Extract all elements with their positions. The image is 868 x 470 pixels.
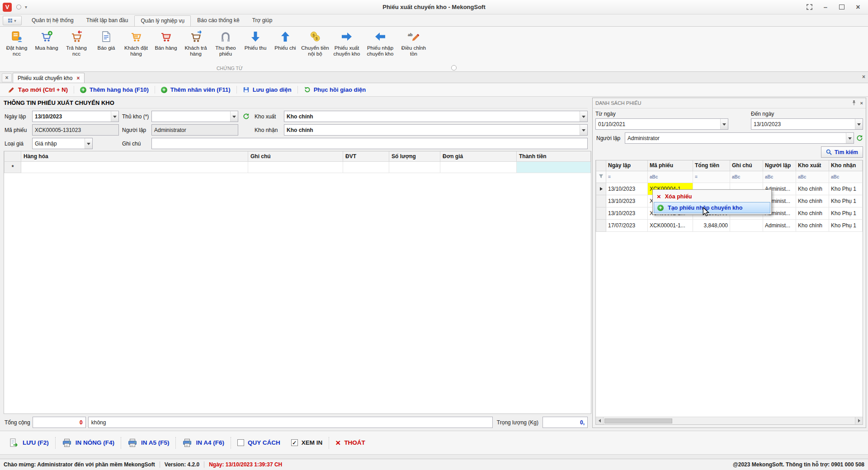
ribbon-button-khach-tra-hang[interactable]: Khách trả hàng xyxy=(181,28,211,58)
ribbon-tab-quan-ly-nghiep-vu[interactable]: Quản lý nghiệp vụ xyxy=(134,15,191,27)
ribbon-button-phieu-xuat-chuyen-kho[interactable]: Phiếu xuất chuyển kho xyxy=(330,28,363,58)
add-employee-button[interactable]: Thêm nhân viên (F11) xyxy=(155,86,236,93)
column-header-tong-tien[interactable]: Tổng tiền xyxy=(693,160,730,171)
column-header-kho-nhan[interactable]: Kho nhận xyxy=(829,160,863,171)
cell-creator[interactable]: Administ... xyxy=(763,219,796,231)
pin-icon[interactable] xyxy=(851,100,857,107)
ribbon-tab-tro-giup[interactable]: Trợ giúp xyxy=(246,15,279,26)
quick-access-icon[interactable] xyxy=(16,5,21,9)
creator-field[interactable]: Administrator xyxy=(151,124,238,136)
chevron-down-icon[interactable] xyxy=(85,138,92,149)
scrollbar-thumb[interactable] xyxy=(604,418,672,423)
filter-cell[interactable]: = xyxy=(693,171,730,183)
new-item-row[interactable]: * xyxy=(5,161,591,173)
keeper-combo[interactable] xyxy=(151,111,238,122)
cell-ghi-chu[interactable] xyxy=(248,161,343,173)
filter-cell[interactable]: aBc xyxy=(648,171,693,183)
tab-phieu-xuat-chuyen-kho[interactable]: Phiếu xuất chuyển kho xyxy=(13,73,85,83)
cell-to-warehouse[interactable]: Kho Phụ 1 xyxy=(829,207,863,219)
cell-from-warehouse[interactable]: Kho chính xyxy=(796,183,829,195)
column-header-thanh-tien[interactable]: Thành tiền xyxy=(517,151,591,161)
chevron-down-icon[interactable] xyxy=(846,133,854,143)
ribbon-button-chuyen-tien-noi-bo[interactable]: $$ Chuyển tiền nội bộ xyxy=(300,28,330,58)
column-header-ma-phieu[interactable]: Mã phiếu xyxy=(648,160,693,171)
ribbon-tab-quan-tri-he-thong[interactable]: Quản trị hệ thống xyxy=(25,15,80,26)
refresh-icon[interactable] xyxy=(241,113,251,120)
print-a4-button[interactable]: IN A4 (F6) xyxy=(177,438,230,448)
column-header-hang-hoa[interactable]: Hàng hóa xyxy=(21,151,248,161)
tab-close-icon[interactable] xyxy=(76,75,80,81)
filter-cell[interactable]: = xyxy=(606,171,648,183)
filter-cell[interactable]: aBc xyxy=(730,171,763,183)
ribbon-button-thu-theo-phieu[interactable]: Thu theo phiếu xyxy=(211,28,241,58)
cell-date[interactable]: 17/07/2023 xyxy=(606,219,648,231)
maximize-button[interactable] xyxy=(835,2,849,12)
menu-item-create-import-voucher[interactable]: Tạo phiếu nhập chuyển kho xyxy=(654,202,770,213)
cell-note[interactable] xyxy=(730,219,763,231)
chevron-down-icon[interactable] xyxy=(720,119,728,129)
close-tab-left-icon[interactable] xyxy=(2,73,12,82)
search-button[interactable]: Tìm kiếm xyxy=(821,146,863,158)
customize-toolbar-icon[interactable] xyxy=(25,5,27,9)
column-header-kho-xuat[interactable]: Kho xuất xyxy=(796,160,829,171)
save-layout-button[interactable]: Lưu giao diện xyxy=(237,86,297,93)
creator-filter-combo[interactable]: Administrator xyxy=(625,132,854,144)
cell-total[interactable]: 3,848,000 xyxy=(693,219,730,231)
print-hot-button[interactable]: IN NÓNG (F4) xyxy=(57,438,120,448)
voucher-row[interactable]: 17/07/2023 XCK00001-1... 3,848,000 Admin… xyxy=(596,219,863,231)
view-menu-button[interactable] xyxy=(3,16,22,25)
cell-hang-hoa[interactable] xyxy=(21,161,248,173)
horizontal-scrollbar[interactable] xyxy=(596,417,863,424)
column-header-dvt[interactable]: ĐVT xyxy=(343,151,389,161)
group-dialog-launcher-icon[interactable] xyxy=(451,65,457,70)
checkbox-unchecked-icon[interactable] xyxy=(237,439,244,446)
filter-cell[interactable]: aBc xyxy=(763,171,796,183)
quy-cach-checkbox[interactable]: QUY CÁCH xyxy=(232,439,286,446)
ribbon-button-phieu-nhap-chuyen-kho[interactable]: Phiếu nhập chuyển kho xyxy=(363,28,397,58)
column-header-nguoi-lap[interactable]: Người lập xyxy=(763,160,796,171)
column-header-ghi-chu[interactable]: Ghi chú xyxy=(730,160,763,171)
refresh-icon[interactable] xyxy=(856,135,863,141)
ribbon-button-ban-hang[interactable]: Bán hàng xyxy=(151,28,181,52)
ribbon-button-tra-hang-ncc[interactable]: Trả hàng ncc xyxy=(61,28,91,58)
cell-so-luong[interactable] xyxy=(389,161,440,173)
column-header-so-luong[interactable]: Số lượng xyxy=(389,151,440,161)
cell-to-warehouse[interactable]: Kho Phụ 1 xyxy=(829,183,863,195)
ribbon-tab-bao-cao-thong-ke[interactable]: Báo cáo thống kê xyxy=(191,15,245,26)
menu-item-delete-voucher[interactable]: Xóa phiếu xyxy=(654,191,770,202)
cell-from-warehouse[interactable]: Kho chính xyxy=(796,219,829,231)
cell-dvt[interactable] xyxy=(343,161,389,173)
cell-from-warehouse[interactable]: Kho chính xyxy=(796,207,829,219)
panel-close-icon[interactable] xyxy=(860,100,863,106)
cell-from-warehouse[interactable]: Kho chính xyxy=(796,195,829,207)
cell-to-warehouse[interactable]: Kho Phụ 1 xyxy=(829,219,863,231)
xem-in-checkbox[interactable]: XEM IN xyxy=(286,439,328,446)
close-button[interactable] xyxy=(851,2,865,12)
cell-to-warehouse[interactable]: Kho Phụ 1 xyxy=(829,195,863,207)
create-new-button[interactable]: Tạo mới (Ctrl + N) xyxy=(2,86,74,94)
filter-cell[interactable]: aBc xyxy=(829,171,863,183)
note-field[interactable] xyxy=(151,138,588,149)
date-combo[interactable]: 13/10/2023 xyxy=(32,111,119,122)
save-button[interactable]: LƯU (F2) xyxy=(4,438,54,448)
ribbon-button-bao-gia[interactable]: Báo giá xyxy=(91,28,121,52)
from-date-combo[interactable]: 01/10/2021 xyxy=(595,118,728,130)
ribbon-button-phieu-chi[interactable]: Phiếu chi xyxy=(270,28,300,52)
ribbon-button-dieu-chinh-ton[interactable]: ab Điều chỉnh tồn xyxy=(397,28,430,58)
checkbox-checked-icon[interactable] xyxy=(291,439,298,446)
code-field[interactable]: XCK00005-131023 xyxy=(32,124,119,136)
minimize-button[interactable] xyxy=(818,2,833,12)
ribbon-button-dat-hang-ncc[interactable]: Đặt hàng ncc xyxy=(2,28,32,58)
cell-date[interactable]: 13/10/2023 xyxy=(606,195,648,207)
scroll-right-icon[interactable] xyxy=(855,417,863,424)
import-warehouse-combo[interactable]: Kho chính xyxy=(284,124,588,136)
fit-screen-icon[interactable] xyxy=(802,2,816,12)
cell-code[interactable]: XCK00001-1... xyxy=(648,219,693,231)
chevron-down-icon[interactable] xyxy=(580,111,587,122)
chevron-down-icon[interactable] xyxy=(580,125,587,135)
chevron-down-icon[interactable] xyxy=(230,111,238,122)
chevron-down-icon[interactable] xyxy=(111,111,118,122)
ribbon-button-phieu-thu[interactable]: Phiếu thu xyxy=(241,28,270,52)
column-header-don-gia[interactable]: Đơn giá xyxy=(440,151,517,161)
scroll-left-icon[interactable] xyxy=(596,417,604,424)
